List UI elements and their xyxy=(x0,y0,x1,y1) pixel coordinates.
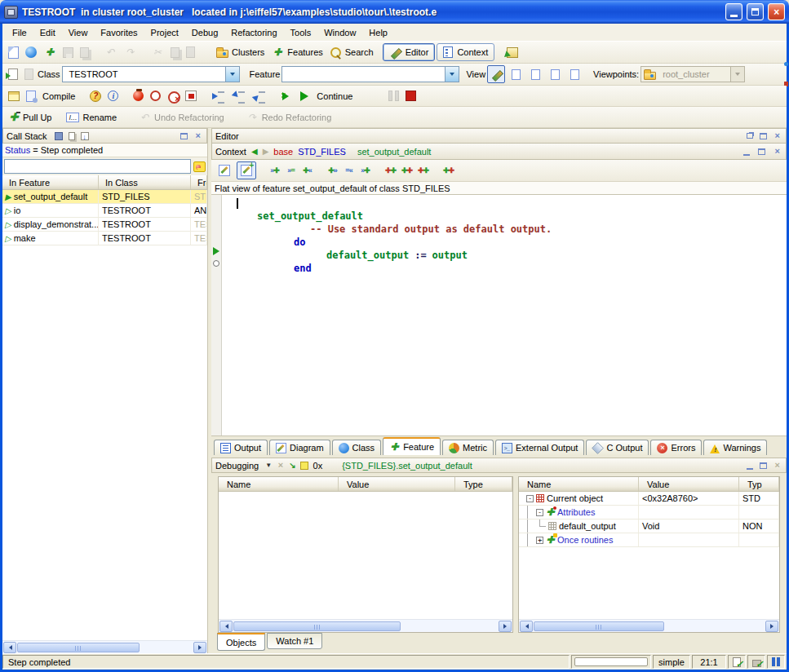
close-button[interactable]: × xyxy=(768,3,785,20)
menu-help[interactable]: Help xyxy=(362,24,394,41)
column-type[interactable]: Typ xyxy=(739,477,779,491)
routines-view-button[interactable]: »✚ xyxy=(358,164,372,177)
tab-metric[interactable]: Metric xyxy=(442,440,494,455)
menu-refactoring[interactable]: Refactoring xyxy=(224,24,283,41)
context-maximize-button[interactable] xyxy=(756,146,767,157)
compilation-error-help-button[interactable]: ? xyxy=(87,89,104,104)
open-button[interactable] xyxy=(23,45,39,60)
call-stack-filter-input[interactable] xyxy=(4,159,191,174)
scroll-thumb[interactable] xyxy=(17,643,140,652)
object-row-current[interactable]: Current object <0x32A8760> STD xyxy=(519,492,779,506)
freeze-indicator[interactable] xyxy=(767,655,785,669)
editor-maximize-button[interactable] xyxy=(758,130,769,141)
watch-table-hscrollbar[interactable] xyxy=(219,619,512,632)
call-stack-hscrollbar[interactable] xyxy=(2,640,207,653)
continue-button[interactable]: Continue xyxy=(298,90,355,103)
call-stack-row[interactable]: ▷io TESTROOT ANY xyxy=(2,204,207,218)
step-over-button[interactable] xyxy=(209,89,228,104)
collapse-icon[interactable] xyxy=(536,509,543,516)
call-stack-row[interactable]: ▶set_output_default STD_FILES STD_ xyxy=(2,190,207,204)
debugging-dropdown-icon[interactable]: ▼ xyxy=(265,462,272,469)
attributes-view-button[interactable]: =« xyxy=(342,164,356,177)
enable-breakpoints-button[interactable] xyxy=(131,89,146,103)
view-clickable-button[interactable] xyxy=(507,65,525,83)
column-from[interactable]: From xyxy=(191,175,207,189)
ancestors-button[interactable]: »✚ xyxy=(268,164,281,177)
context-minimize-button[interactable] xyxy=(741,146,751,157)
stop-button[interactable] xyxy=(403,89,419,103)
assigners-button[interactable]: ✚✚ xyxy=(416,164,430,177)
debugging-close-button[interactable]: × xyxy=(772,460,782,471)
feature-combobox[interactable] xyxy=(281,66,459,82)
context-toggle-button[interactable]: Context xyxy=(437,43,494,61)
suppliers-button[interactable]: ✚» xyxy=(326,164,339,177)
save-button[interactable] xyxy=(60,46,76,60)
breadcrumb-base[interactable]: base xyxy=(273,147,293,157)
remove-breakpoints-button[interactable] xyxy=(165,89,181,104)
code-text[interactable]: set_output_default -- Use standard outpu… xyxy=(222,195,787,435)
features-button[interactable]: ✚Features xyxy=(268,44,325,60)
menu-project[interactable]: Project xyxy=(144,24,185,41)
feature-dropdown-button[interactable] xyxy=(445,67,459,82)
minimize-button[interactable] xyxy=(725,3,742,20)
check-syntax-button[interactable] xyxy=(728,655,746,669)
send-to-new-tab-button[interactable] xyxy=(6,67,20,82)
editor-gutter[interactable] xyxy=(211,195,222,435)
scroll-right-button[interactable] xyxy=(193,642,206,653)
column-name[interactable]: Name xyxy=(519,477,639,491)
call-stack-copy-button[interactable] xyxy=(67,131,77,141)
redo-refactoring-button[interactable]: ↷Redo Refactoring xyxy=(243,109,335,126)
save-all-button[interactable] xyxy=(78,46,91,60)
forward-icon[interactable]: ▶ xyxy=(263,147,269,156)
descendants-button[interactable]: »= xyxy=(284,164,298,177)
column-name[interactable]: Name xyxy=(219,477,339,491)
redo-button[interactable]: ↷ xyxy=(121,44,139,60)
class-combobox[interactable]: TESTROOT xyxy=(62,66,240,82)
callers-button[interactable]: ✚✚ xyxy=(383,164,397,177)
debugging-minimize-button[interactable] xyxy=(744,460,755,471)
view-basic-button[interactable] xyxy=(487,65,505,83)
tab-errors[interactable]: ×Errors xyxy=(650,440,702,455)
pull-up-button[interactable]: ✚Pull Up xyxy=(6,110,54,125)
rename-button[interactable]: I...Rename xyxy=(64,111,119,124)
debugging-maximize-button[interactable] xyxy=(758,460,769,471)
check-compile-button[interactable] xyxy=(747,655,765,669)
object-row-attribute[interactable]: default_output Void NON xyxy=(519,519,779,533)
call-stack-save-button[interactable] xyxy=(54,131,64,141)
context-close-button[interactable]: × xyxy=(772,146,782,157)
collapse-icon[interactable] xyxy=(526,495,534,502)
pause-button[interactable] xyxy=(386,89,401,103)
callees-button[interactable]: ✚✚ xyxy=(400,164,414,177)
column-value[interactable]: Value xyxy=(339,477,455,491)
basic-text-view-button[interactable] xyxy=(215,161,234,179)
objects-table-hscrollbar[interactable] xyxy=(519,619,779,632)
call-stack-maximize-button[interactable] xyxy=(179,130,189,141)
add-item-button[interactable]: ✚ xyxy=(41,44,59,60)
undo-button[interactable]: ↶ xyxy=(101,44,119,60)
tab-feature[interactable]: ✚Feature xyxy=(383,437,441,455)
scroll-thumb[interactable] xyxy=(534,621,664,631)
maximize-button[interactable] xyxy=(747,3,764,20)
menu-favorites[interactable]: Favorites xyxy=(94,24,144,41)
menu-edit[interactable]: Edit xyxy=(33,24,62,41)
new-document-button[interactable] xyxy=(6,45,21,60)
menu-view[interactable]: View xyxy=(62,24,95,41)
cut-button[interactable]: ✂ xyxy=(148,44,166,60)
editor-restore-button[interactable] xyxy=(744,130,755,141)
menu-file[interactable]: File xyxy=(6,24,33,41)
tab-class[interactable]: Class xyxy=(332,440,382,455)
compile-icon-button[interactable] xyxy=(24,89,38,104)
scroll-thumb[interactable] xyxy=(233,621,401,631)
exception-dialog-icon[interactable] xyxy=(193,161,206,172)
menu-debug[interactable]: Debug xyxy=(185,24,224,41)
view-contract-button[interactable] xyxy=(546,65,564,83)
system-info-button[interactable]: i xyxy=(105,89,121,103)
external-commands-button[interactable] xyxy=(504,46,521,60)
step-into-button[interactable] xyxy=(229,89,248,104)
column-value[interactable]: Value xyxy=(639,477,739,491)
breakpoint-slot-icon[interactable] xyxy=(213,260,219,267)
breadcrumb-class[interactable]: STD_FILES xyxy=(298,147,346,157)
scroll-left-button[interactable] xyxy=(219,621,233,632)
compile-button[interactable]: Compile xyxy=(40,90,78,103)
call-stack-row[interactable]: ▷display_demonstrat... TESTROOT TEST xyxy=(2,218,207,232)
